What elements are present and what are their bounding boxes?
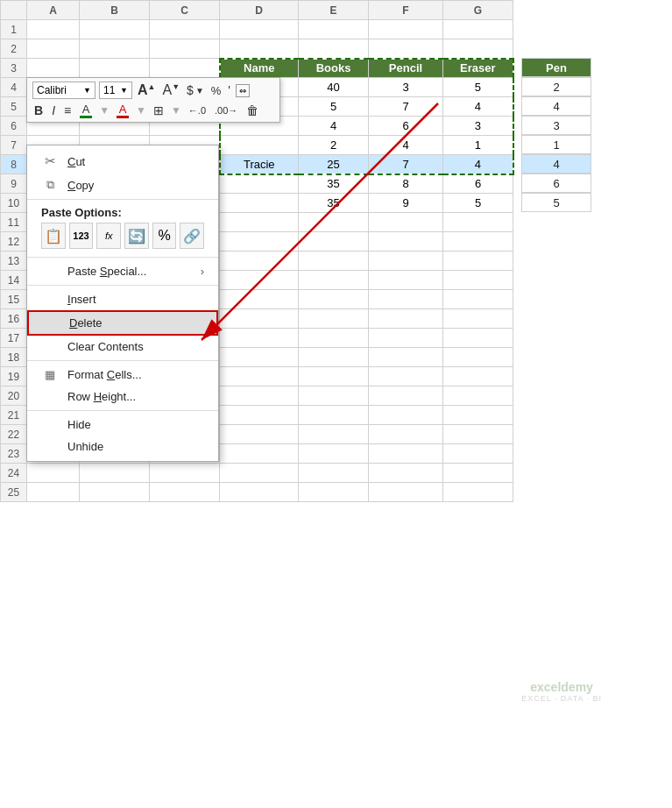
context-menu-unhide[interactable]: Unhide	[27, 436, 218, 457]
pen-4[interactable]: 2	[521, 77, 591, 96]
cell-g4[interactable]: 5	[443, 78, 513, 97]
cell-f3[interactable]: Pencil	[369, 59, 443, 78]
decrease-font-icon[interactable]: A▼	[162, 82, 180, 98]
comma-button[interactable]: '	[228, 83, 230, 97]
cell-d3[interactable]: Name	[220, 59, 299, 78]
cell-f2[interactable]	[369, 39, 443, 59]
col-header-a[interactable]: A	[27, 1, 80, 20]
align-button[interactable]: ≡	[64, 103, 71, 117]
cell-g2[interactable]	[443, 39, 513, 59]
cell-c1[interactable]	[150, 20, 220, 39]
cell-f8[interactable]: 7	[369, 155, 443, 174]
cell-d7[interactable]	[220, 136, 299, 155]
cell-g5[interactable]: 4	[443, 97, 513, 117]
cell-f7[interactable]: 4	[369, 136, 443, 155]
cell-c2[interactable]	[150, 39, 220, 59]
table-row: 1	[1, 20, 513, 39]
font-name-label: Calibri	[37, 84, 67, 96]
paste-icon-3[interactable]: fx	[96, 223, 121, 249]
cell-d8[interactable]: Tracie	[220, 155, 299, 174]
context-menu-format-cells[interactable]: ▦ Format Cells...	[27, 364, 218, 386]
borders-dropdown-icon[interactable]: ▼	[171, 104, 181, 117]
cell-d9[interactable]	[220, 174, 299, 194]
cell-f1[interactable]	[369, 20, 443, 39]
increase-font-icon[interactable]: A▲	[138, 82, 155, 98]
wrap-button[interactable]: ⇔	[236, 84, 250, 97]
cell-f10[interactable]: 9	[369, 194, 443, 213]
cell-g9[interactable]: 6	[443, 174, 513, 194]
cell-c3[interactable]	[150, 59, 220, 78]
cell-a1[interactable]	[27, 20, 80, 39]
cell-e5[interactable]: 5	[299, 97, 369, 117]
paste-icon-2[interactable]: 123	[69, 223, 94, 249]
pen-9[interactable]: 6	[521, 174, 591, 193]
col-header-b[interactable]: B	[80, 1, 150, 20]
decimal-decrease-button[interactable]: ←.0	[188, 105, 206, 116]
font-color-button[interactable]: A	[117, 103, 129, 118]
cell-e9[interactable]: 35	[299, 174, 369, 194]
paste-icon-5[interactable]: %	[152, 223, 177, 249]
cell-e4[interactable]: 40	[299, 78, 369, 97]
pen-5[interactable]: 4	[521, 96, 591, 116]
cell-e1[interactable]	[299, 20, 369, 39]
cell-g10[interactable]: 5	[443, 194, 513, 213]
cell-a2[interactable]	[27, 39, 80, 59]
cell-d10[interactable]	[220, 194, 299, 213]
row-num-10: 10	[1, 194, 27, 213]
decimal-increase-button[interactable]: .00→	[215, 105, 237, 116]
paste-icon-4[interactable]: 🔄	[124, 223, 149, 249]
cell-a3[interactable]	[27, 59, 80, 78]
paste-icon-6[interactable]: 🔗	[180, 223, 204, 249]
cell-g7[interactable]: 1	[443, 136, 513, 155]
cell-e8[interactable]: 25	[299, 155, 369, 174]
context-menu-row-height[interactable]: Row Height...	[27, 386, 218, 408]
cell-f5[interactable]: 7	[369, 97, 443, 117]
eraser-button[interactable]: 🗑	[246, 103, 258, 117]
cell-e3[interactable]: Books	[299, 59, 369, 78]
cell-f4[interactable]: 3	[369, 78, 443, 97]
cell-e6[interactable]: 4	[299, 117, 369, 136]
cell-f6[interactable]: 6	[369, 117, 443, 136]
font-name-dropdown[interactable]: Calibri ▼	[32, 82, 95, 99]
italic-button[interactable]: I	[52, 103, 55, 117]
pen-8[interactable]: 4	[521, 154, 591, 174]
pen-7[interactable]: 1	[521, 135, 591, 154]
col-header-d[interactable]: D	[220, 1, 299, 20]
paste-icon-1[interactable]: 📋	[41, 223, 66, 249]
cell-e2[interactable]	[299, 39, 369, 59]
fill-dropdown-icon[interactable]: ▼	[99, 104, 110, 117]
context-menu-clear-contents[interactable]: Clear Contents	[27, 336, 218, 358]
context-menu-hide[interactable]: Hide	[27, 414, 218, 436]
context-menu-cut[interactable]: ✂ Cut	[27, 149, 218, 174]
col-header-g[interactable]: G	[443, 1, 513, 20]
fill-color-button[interactable]: A	[80, 103, 92, 118]
cell-e7[interactable]: 2	[299, 136, 369, 155]
cell-g8[interactable]: 4	[443, 155, 513, 174]
row-height-label: Row Height...	[67, 390, 136, 403]
percent-button[interactable]: %	[211, 84, 222, 97]
cell-d2[interactable]	[220, 39, 299, 59]
font-color-dropdown-icon[interactable]: ▼	[136, 104, 146, 117]
col-header-c[interactable]: C	[150, 1, 220, 20]
cell-b2[interactable]	[80, 39, 150, 59]
pen-10[interactable]: 5	[521, 193, 591, 212]
bold-button[interactable]: B	[34, 103, 43, 117]
context-menu-copy[interactable]: ⧉ Copy	[27, 174, 218, 196]
cell-b1[interactable]	[80, 20, 150, 39]
cell-e10[interactable]: 35	[299, 194, 369, 213]
cell-b3[interactable]	[80, 59, 150, 78]
context-menu-insert[interactable]: Insert	[27, 288, 218, 310]
context-menu-delete[interactable]: Delete	[27, 310, 218, 336]
borders-button[interactable]: ⊞	[153, 103, 164, 117]
context-menu-paste-special[interactable]: Paste Special... ›	[27, 260, 218, 282]
cell-d1[interactable]	[220, 20, 299, 39]
currency-button[interactable]: $▼	[187, 83, 204, 97]
cell-f9[interactable]: 8	[369, 174, 443, 194]
cell-g6[interactable]: 3	[443, 117, 513, 136]
font-size-dropdown[interactable]: 11 ▼	[99, 82, 132, 99]
col-header-f[interactable]: F	[369, 1, 443, 20]
cell-g1[interactable]	[443, 20, 513, 39]
col-header-e[interactable]: E	[299, 1, 369, 20]
cell-g3[interactable]: Eraser	[443, 59, 513, 78]
pen-6[interactable]: 3	[521, 116, 591, 135]
